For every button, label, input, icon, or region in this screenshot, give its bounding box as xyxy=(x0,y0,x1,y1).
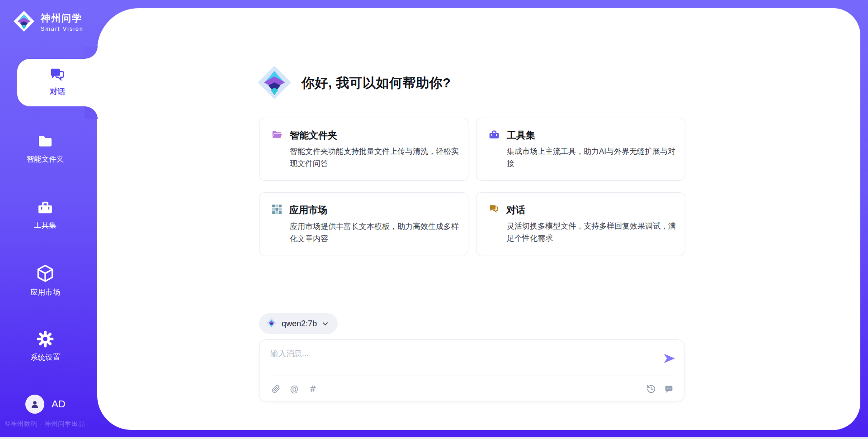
card-title: 对话 xyxy=(506,204,525,216)
composer-tools-left: @ # xyxy=(270,383,318,394)
gear-icon xyxy=(36,329,55,348)
history-icon[interactable] xyxy=(646,383,656,394)
chat-bubble-icon[interactable] xyxy=(663,383,674,394)
card-description: 灵活切换多模型文件，支持多样回复效果调试，满足个性化需求 xyxy=(507,220,679,245)
screen-bottom-edge xyxy=(0,437,868,439)
sidebar-item-label: 系统设置 xyxy=(0,353,90,363)
card-description: 集成市场上主流工具，助力AI与外界无缝扩展与对接 xyxy=(507,146,679,170)
message-composer: @ # xyxy=(259,339,684,401)
cube-icon xyxy=(35,263,55,283)
brand-diamond-icon xyxy=(256,64,292,102)
model-selector[interactable]: qwen2:7b xyxy=(259,313,338,334)
model-name: qwen2:7b xyxy=(282,319,317,329)
card-smart-folder[interactable]: 智能文件夹 智能文件夹功能支持批量文件上传与清洗，轻松实现文件问答 xyxy=(259,118,468,181)
sidebar: 神州问学 Smart Vision 对话 智能文件夹 xyxy=(0,0,97,439)
card-title: 智能文件夹 xyxy=(290,129,337,142)
sidebar-footer: ©神州数码 · 神州问学出品 xyxy=(0,420,90,428)
sidebar-item-toolbox[interactable]: 工具集 xyxy=(0,198,90,230)
user-initials: AD xyxy=(52,398,66,410)
sidebar-item-chat[interactable]: 对话 xyxy=(17,59,98,106)
toolbox-icon xyxy=(488,129,500,142)
brand-text: 神州问学 Smart Vision xyxy=(41,12,97,33)
sidebar-item-settings[interactable]: 系统设置 xyxy=(0,329,90,363)
sidebar-item-label: 工具集 xyxy=(0,220,90,230)
card-chat[interactable]: 对话 灵活切换多模型文件，支持多样回复效果调试，满足个性化需求 xyxy=(476,192,685,256)
chat-bubbles-icon xyxy=(488,204,500,216)
card-toolbox[interactable]: 工具集 集成市场上主流工具，助力AI与外界无缝扩展与对接 xyxy=(476,118,685,181)
brand: 神州问学 Smart Vision xyxy=(13,10,97,34)
mention-icon[interactable]: @ xyxy=(289,383,300,394)
message-input[interactable] xyxy=(270,348,641,372)
sidebar-item-label: 对话 xyxy=(17,86,98,97)
topic-icon[interactable]: # xyxy=(307,383,318,394)
chat-bubbles-icon xyxy=(48,66,66,84)
feature-cards: 智能文件夹 智能文件夹功能支持批量文件上传与清洗，轻松实现文件问答 工具集 集成… xyxy=(259,118,685,255)
active-tab-fillet-bottom xyxy=(85,106,98,119)
card-app-market[interactable]: 应用市场 应用市场提供丰富长文本模板，助力高效生成多样化文章内容 xyxy=(259,192,468,256)
brand-diamond-icon xyxy=(266,318,277,330)
active-tab-fillet-top xyxy=(85,46,98,59)
card-description: 智能文件夹功能支持批量文件上传与清洗，轻松实现文件问答 xyxy=(290,146,462,170)
brand-name: 神州问学 xyxy=(41,13,82,23)
toolbox-icon xyxy=(36,198,55,216)
avatar xyxy=(25,395,44,414)
card-title: 应用市场 xyxy=(289,204,327,216)
card-title: 工具集 xyxy=(507,129,535,142)
sidebar-item-smart-folder[interactable]: 智能文件夹 xyxy=(0,132,90,164)
chevron-down-icon xyxy=(322,320,329,327)
card-description: 应用市场提供丰富长文本模板，助力高效生成多样化文章内容 xyxy=(290,221,462,245)
grid-icon xyxy=(271,204,283,217)
greeting: 你好, 我可以如何帮助你? xyxy=(256,64,451,102)
sidebar-item-label: 应用市场 xyxy=(0,287,90,297)
sidebar-item-app-market[interactable]: 应用市场 xyxy=(0,263,90,297)
sidebar-item-label: 智能文件夹 xyxy=(0,154,90,164)
send-icon[interactable] xyxy=(662,352,676,365)
person-icon xyxy=(29,399,40,410)
brand-subtitle: Smart Vision xyxy=(41,26,84,32)
paperclip-icon[interactable] xyxy=(270,383,281,394)
composer-divider xyxy=(269,376,674,376)
user-profile[interactable]: AD xyxy=(25,395,66,414)
composer-tools-right xyxy=(646,383,674,394)
content: 你好, 我可以如何帮助你? 智能文件夹 智能文件夹功能支持批量文件上传与清洗，轻… xyxy=(259,0,685,422)
folder-icon xyxy=(36,132,55,150)
folder-open-icon xyxy=(271,129,283,142)
brand-diamond-icon xyxy=(13,10,35,34)
greeting-title: 你好, 我可以如何帮助你? xyxy=(302,74,451,92)
